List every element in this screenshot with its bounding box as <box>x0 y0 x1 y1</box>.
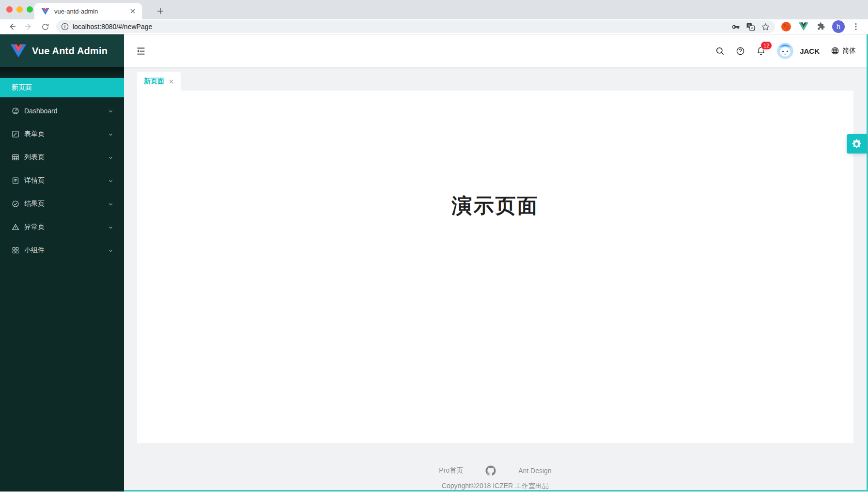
github-icon[interactable] <box>485 465 496 476</box>
appstore-icon <box>12 246 19 254</box>
chevron-down-icon <box>108 178 113 184</box>
profile-icon <box>12 177 19 184</box>
extension-orange-icon[interactable] <box>780 20 792 33</box>
footer-link-ant-design[interactable]: Ant Design <box>518 467 551 475</box>
app-window: Vue Antd Admin 新页面 Dashboard 表单页 列表页 <box>0 34 868 492</box>
close-tab-icon[interactable] <box>128 7 137 15</box>
sidebar-item-label: 异常页 <box>24 223 45 231</box>
vue-devtools-icon[interactable] <box>797 20 810 33</box>
page-tabbar: 新页面 <box>124 72 867 91</box>
sidebar-item-label: 新页面 <box>12 83 32 92</box>
password-key-icon[interactable] <box>731 22 740 31</box>
sidebar-item-label: 详情页 <box>24 176 45 185</box>
close-window-button[interactable] <box>6 6 13 13</box>
chevron-down-icon <box>108 248 113 253</box>
footer-link-pro-home[interactable]: Pro首页 <box>439 466 463 475</box>
browser-profile-avatar[interactable]: h <box>832 20 845 33</box>
form-icon <box>12 130 19 138</box>
warning-icon <box>12 223 19 231</box>
page-info-icon[interactable] <box>61 23 69 31</box>
search-icon[interactable] <box>715 46 725 56</box>
browser-toolbar: localhost:8080/#/newPage 文A h <box>0 19 868 34</box>
vue-logo-icon <box>11 44 26 58</box>
check-circle-icon <box>12 200 19 208</box>
translate-icon[interactable]: 文A <box>746 22 755 31</box>
sidebar-item-label: 小组件 <box>24 246 45 255</box>
page-title: 演示页面 <box>137 91 853 219</box>
new-tab-button[interactable] <box>153 4 168 18</box>
help-icon[interactable] <box>736 46 745 56</box>
theme-bottom-border <box>124 490 868 492</box>
sidebar-item-widgets[interactable]: 小组件 <box>0 241 124 260</box>
sidebar-item-dashboard[interactable]: Dashboard <box>0 101 124 121</box>
reload-button[interactable] <box>38 20 52 33</box>
language-switcher[interactable]: 简体 <box>831 46 856 55</box>
chevron-down-icon <box>108 225 113 230</box>
sidebar-item-label: 结果页 <box>24 200 45 208</box>
header-actions: 12 JACK 简体 <box>715 43 867 59</box>
sidebar-item-label: 列表页 <box>24 153 45 162</box>
sidebar-item-details[interactable]: 详情页 <box>0 171 124 190</box>
globe-icon <box>831 46 839 55</box>
browser-tab-title: vue-antd-admin <box>54 8 128 15</box>
table-icon <box>12 154 19 161</box>
content-area: 新页面 演示页面 Pro首页 Ant Design Copyright©2018… <box>124 67 867 492</box>
url-text[interactable]: localhost:8080/#/newPage <box>73 23 725 31</box>
sidebar-item-newpage[interactable]: 新页面 <box>0 78 124 97</box>
language-label: 简体 <box>842 46 856 55</box>
minimize-window-button[interactable] <box>16 6 23 13</box>
sidebar-item-label: Dashboard <box>24 107 58 115</box>
page-tab-label: 新页面 <box>144 77 164 86</box>
sidebar-divider <box>0 67 124 78</box>
forward-button[interactable] <box>22 20 35 33</box>
brand-title: Vue Antd Admin <box>32 46 108 57</box>
chevron-down-icon <box>108 108 113 114</box>
notification-badge: 12 <box>760 41 772 50</box>
gear-icon <box>851 138 862 150</box>
sidebar-item-lists[interactable]: 列表页 <box>0 148 124 167</box>
app-header: 12 JACK 简体 <box>124 34 867 67</box>
browser-tabstrip: vue-antd-admin <box>0 0 868 19</box>
svg-text:A: A <box>751 26 754 31</box>
extensions-puzzle-icon[interactable] <box>815 20 827 33</box>
back-button[interactable] <box>5 20 19 33</box>
window-controls[interactable] <box>6 6 33 13</box>
page-tab-newpage[interactable]: 新页面 <box>137 72 181 91</box>
sidebar-fold-button[interactable] <box>136 46 146 56</box>
chevron-down-icon <box>108 155 113 160</box>
user-avatar[interactable] <box>777 43 793 59</box>
brand-logo[interactable]: Vue Antd Admin <box>0 34 124 67</box>
chevron-down-icon <box>108 132 113 137</box>
sidebar: Vue Antd Admin 新页面 Dashboard 表单页 列表页 <box>0 34 124 492</box>
extensions-area: h <box>780 20 862 33</box>
username-label[interactable]: JACK <box>800 47 820 55</box>
theme-settings-button[interactable] <box>847 134 867 154</box>
browser-tab[interactable]: vue-antd-admin <box>34 3 142 19</box>
copyright-text: Copyright©2018 ICZER 工作室出品 <box>124 482 867 491</box>
sidebar-item-label: 表单页 <box>24 130 45 138</box>
sidebar-item-results[interactable]: 结果页 <box>0 194 124 214</box>
sidebar-item-exceptions[interactable]: 异常页 <box>0 217 124 237</box>
bookmark-star-icon[interactable] <box>761 22 770 31</box>
dashboard-icon <box>12 107 19 115</box>
page-card: 演示页面 <box>137 91 853 443</box>
address-bar[interactable]: localhost:8080/#/newPage 文A <box>56 20 775 33</box>
notifications-button[interactable]: 12 <box>756 46 766 56</box>
browser-menu-icon[interactable] <box>850 20 862 33</box>
close-tab-icon[interactable] <box>169 79 174 84</box>
page-footer: Pro首页 Ant Design Copyright©2018 ICZER 工作… <box>124 465 867 491</box>
sidebar-item-forms[interactable]: 表单页 <box>0 124 124 144</box>
zoom-window-button[interactable] <box>27 6 33 13</box>
chevron-down-icon <box>108 201 113 207</box>
vue-favicon-icon <box>41 8 49 15</box>
